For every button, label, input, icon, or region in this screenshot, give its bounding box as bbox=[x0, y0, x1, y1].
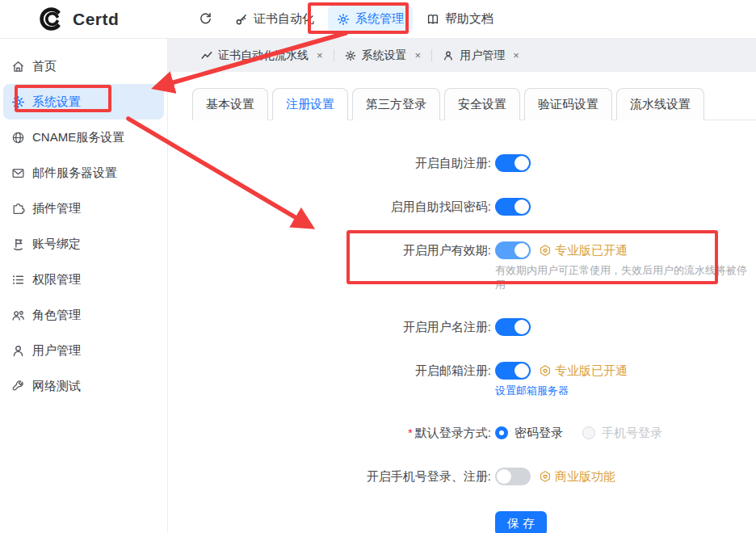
sidebar-item-mail-server[interactable]: 邮件服务器设置 bbox=[3, 155, 164, 191]
email-register-toggle[interactable] bbox=[495, 362, 531, 380]
nav-item-help-docs[interactable]: 帮助文档 bbox=[418, 6, 502, 32]
tab-register-settings[interactable]: 注册设置 bbox=[272, 88, 348, 120]
tab-label: 注册设置 bbox=[286, 97, 334, 112]
form-row-phone-login: 开启手机号登录、注册: 商业版功能 bbox=[192, 468, 756, 485]
radio-disabled-icon bbox=[582, 426, 595, 439]
self-register-toggle[interactable] bbox=[495, 154, 531, 172]
tab-captcha-settings[interactable]: 验证码设置 bbox=[524, 88, 612, 120]
globe-icon bbox=[11, 131, 25, 145]
tab-label: 基本设置 bbox=[206, 97, 254, 112]
top-nav: Certd 证书自动化 bbox=[0, 0, 756, 39]
home-icon bbox=[11, 60, 25, 73]
phone-login-toggle[interactable] bbox=[495, 468, 531, 485]
page-tab-user-management[interactable]: 用户管理 × bbox=[432, 48, 530, 63]
refresh-icon[interactable] bbox=[194, 8, 216, 31]
sidebar: 首页 系统设置 CNAME服务设置 bbox=[0, 39, 168, 533]
setup-mail-server-link[interactable]: 设置邮箱服务器 bbox=[495, 384, 569, 397]
brand-name: Certd bbox=[73, 10, 119, 29]
field-label: 启用自助找回密码: bbox=[192, 199, 491, 215]
sidebar-item-label: 系统设置 bbox=[32, 94, 81, 110]
sidebar-item-roles[interactable]: 角色管理 bbox=[3, 297, 164, 333]
radio-checked-icon[interactable] bbox=[495, 426, 508, 439]
nav-item-label: 证书自动化 bbox=[254, 11, 314, 27]
page-tab-system-settings[interactable]: 系统设置 × bbox=[334, 48, 432, 63]
radio-password-login[interactable]: 密码登录 bbox=[495, 426, 563, 441]
nav-item-cert-automation[interactable]: 证书自动化 bbox=[226, 6, 323, 32]
radio-phone-login[interactable]: 手机号登录 bbox=[582, 426, 662, 441]
page-tab-pipeline[interactable]: 证书自动化流水线 × bbox=[191, 48, 334, 63]
close-icon[interactable]: × bbox=[415, 49, 422, 61]
sidebar-item-system-settings[interactable]: 系统设置 bbox=[3, 84, 164, 120]
nav-item-label: 帮助文档 bbox=[445, 11, 494, 27]
certd-logo bbox=[37, 6, 64, 32]
sidebar-item-network-test[interactable]: 网络测试 bbox=[3, 368, 164, 404]
radio-label: 密码登录 bbox=[514, 426, 563, 441]
pro-version-badge: 专业版已开通 bbox=[539, 363, 628, 379]
sidebar-item-users[interactable]: 用户管理 bbox=[3, 333, 164, 368]
sidebar-item-label: 账号绑定 bbox=[32, 237, 81, 252]
wrench-icon bbox=[11, 380, 25, 393]
save-button[interactable]: 保 存 bbox=[495, 511, 547, 533]
login-type-radio-group: 密码登录 手机号登录 bbox=[495, 426, 662, 441]
form-row-password-recovery: 启用自助找回密码: bbox=[192, 198, 756, 216]
user-expiry-toggle[interactable] bbox=[495, 241, 531, 259]
page-tab-label: 系统设置 bbox=[362, 48, 407, 63]
close-icon[interactable]: × bbox=[317, 49, 323, 61]
vip-badge-icon bbox=[539, 244, 552, 257]
sidebar-item-cname-service[interactable]: CNAME服务设置 bbox=[3, 120, 164, 155]
username-register-toggle[interactable] bbox=[495, 318, 531, 336]
field-label: 开启用户名注册: bbox=[192, 320, 491, 335]
badge-label: 商业版功能 bbox=[555, 469, 615, 485]
sidebar-item-label: 邮件服务器设置 bbox=[32, 166, 117, 181]
tab-security-settings[interactable]: 安全设置 bbox=[444, 88, 520, 120]
sidebar-item-home[interactable]: 首页 bbox=[3, 48, 164, 84]
badge-label: 专业版已开通 bbox=[555, 243, 628, 258]
sidebar-item-permissions[interactable]: 权限管理 bbox=[3, 262, 164, 297]
tab-label: 流水线设置 bbox=[630, 97, 691, 112]
gear-icon bbox=[337, 13, 350, 26]
password-recovery-toggle[interactable] bbox=[495, 198, 531, 216]
nav-item-system-management[interactable]: 系统管理 bbox=[328, 6, 413, 32]
settings-content: 基本设置 注册设置 第三方登录 安全设置 验证码设置 流水线设置 开启自助注册: bbox=[168, 88, 756, 533]
flag-icon bbox=[11, 237, 25, 251]
vip-badge-icon bbox=[539, 364, 552, 377]
sidebar-item-label: 权限管理 bbox=[32, 272, 81, 287]
sidebar-item-account-binding[interactable]: 账号绑定 bbox=[3, 226, 164, 262]
user-icon bbox=[443, 50, 454, 61]
radio-label: 手机号登录 bbox=[602, 426, 662, 441]
register-settings-form: 开启自助注册: 启用自助找回密码: 开启用户有效期: bbox=[192, 154, 756, 533]
page-tab-label: 证书自动化流水线 bbox=[218, 48, 309, 63]
book-icon bbox=[426, 13, 439, 26]
field-label: 开启手机号登录、注册: bbox=[192, 469, 491, 485]
team-icon bbox=[11, 308, 25, 322]
commercial-version-badge: 商业版功能 bbox=[539, 469, 615, 485]
sidebar-item-plugins[interactable]: 插件管理 bbox=[3, 191, 164, 226]
line-chart-icon bbox=[201, 50, 212, 61]
key-icon bbox=[235, 13, 248, 26]
close-icon[interactable]: × bbox=[513, 49, 519, 61]
tab-basic-settings[interactable]: 基本设置 bbox=[192, 88, 268, 120]
setting-tab-bar: 基本设置 注册设置 第三方登录 安全设置 验证码设置 流水线设置 bbox=[192, 88, 756, 120]
required-mark: * bbox=[408, 426, 413, 439]
tab-pipeline-settings[interactable]: 流水线设置 bbox=[616, 88, 704, 120]
gear-icon bbox=[345, 50, 356, 61]
tab-label: 验证码设置 bbox=[538, 97, 598, 112]
field-label: 开启邮箱注册: bbox=[192, 363, 491, 379]
field-label: 开启用户有效期: bbox=[192, 243, 491, 258]
sidebar-item-label: 插件管理 bbox=[32, 201, 81, 216]
badge-label: 专业版已开通 bbox=[555, 363, 628, 379]
nav-item-label: 系统管理 bbox=[355, 11, 404, 27]
form-row-default-login-type: *默认登录方式: 密码登录 手机号登录 bbox=[192, 424, 756, 442]
form-row-username-register: 开启用户名注册: bbox=[192, 318, 756, 336]
form-row-email-register: 开启邮箱注册: 专业版已开通 bbox=[192, 362, 756, 398]
top-nav-items: 证书自动化 系统管理 帮助文档 bbox=[168, 6, 502, 32]
tab-third-party-login[interactable]: 第三方登录 bbox=[352, 88, 440, 120]
user-icon bbox=[11, 344, 25, 358]
sidebar-item-label: CNAME服务设置 bbox=[32, 130, 124, 145]
mail-icon bbox=[11, 166, 25, 180]
sidebar-item-label: 用户管理 bbox=[32, 343, 81, 359]
field-label: *默认登录方式: bbox=[192, 426, 491, 441]
field-label: 开启自助注册: bbox=[192, 156, 491, 171]
tab-label: 安全设置 bbox=[458, 97, 506, 112]
sidebar-item-label: 角色管理 bbox=[32, 308, 81, 323]
